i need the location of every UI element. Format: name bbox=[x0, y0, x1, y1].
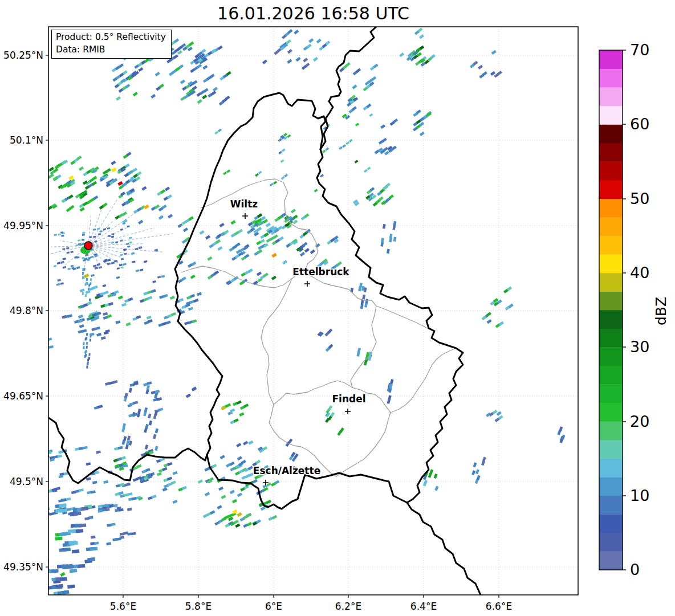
colorbar-segment bbox=[599, 180, 623, 199]
echo-bin bbox=[170, 296, 175, 300]
product-line: Product: 0.5° Reflectivity bbox=[56, 31, 166, 44]
echo-bin bbox=[434, 486, 438, 491]
echo-bin bbox=[66, 251, 69, 254]
echo-bin bbox=[294, 30, 299, 34]
echo-bin bbox=[205, 235, 210, 239]
echo-bin bbox=[133, 92, 138, 96]
echo-bin-accent bbox=[60, 572, 65, 577]
radar-map-canvas: WiltzEttelbruckFindelEsch/Alzette5.6°E5.… bbox=[0, 0, 675, 616]
echo-bin bbox=[82, 232, 85, 234]
echo-bin bbox=[342, 144, 346, 148]
echo-bin bbox=[87, 557, 95, 561]
echo-bin bbox=[226, 169, 230, 173]
colorbar-segment bbox=[599, 496, 623, 515]
echo-bin bbox=[287, 134, 291, 138]
y-axis-tick-label: 49.8°N bbox=[10, 305, 43, 316]
radar-spoke-artifact bbox=[88, 246, 162, 252]
echo-bin bbox=[257, 272, 262, 276]
echo-bin bbox=[94, 541, 99, 545]
echo-bin bbox=[230, 489, 235, 494]
echo-bin bbox=[47, 451, 52, 455]
echo-bin bbox=[107, 314, 112, 318]
echo-bin bbox=[103, 312, 108, 316]
echo-bin bbox=[125, 322, 131, 326]
echo-bin bbox=[85, 350, 87, 353]
echo-bin bbox=[393, 236, 397, 242]
echo-bin bbox=[91, 536, 96, 539]
echo-bin bbox=[127, 246, 130, 248]
echo-bin bbox=[80, 288, 85, 292]
radar-figure: 16.01.2026 16:58 UTC WiltzEttelbruckFind… bbox=[0, 0, 675, 616]
echo-bin bbox=[60, 261, 64, 264]
echo-bin bbox=[158, 215, 164, 220]
echo-bin bbox=[325, 147, 329, 150]
data-source-line: Data: RMIB bbox=[56, 44, 166, 56]
echo-bin-accent bbox=[271, 253, 276, 258]
echo-bin bbox=[86, 290, 91, 294]
echo-bin bbox=[166, 320, 171, 324]
echo-bin bbox=[86, 477, 91, 480]
echo-bin bbox=[78, 319, 83, 323]
echo-bin bbox=[137, 409, 141, 414]
echo-bin bbox=[78, 315, 83, 319]
echo-bin bbox=[315, 243, 320, 248]
echo-bin bbox=[108, 302, 113, 306]
echo-bin bbox=[43, 452, 48, 455]
echo-bin bbox=[248, 440, 253, 445]
colorbar-tick-label: 0 bbox=[630, 561, 640, 578]
echo-bin bbox=[154, 249, 158, 252]
echo-bin bbox=[144, 260, 148, 263]
echo-bin bbox=[471, 470, 475, 475]
echo-bin bbox=[67, 585, 75, 589]
echo-bin bbox=[39, 453, 44, 456]
colorbar-tick-label: 30 bbox=[630, 338, 649, 356]
echo-bin bbox=[292, 219, 298, 224]
echo-bin bbox=[62, 248, 65, 250]
echo-bin bbox=[361, 300, 364, 305]
echo-bin bbox=[82, 234, 85, 236]
echo-bin bbox=[148, 319, 153, 323]
echo-bin bbox=[140, 268, 144, 271]
echo-bin bbox=[258, 171, 262, 174]
echo-bin bbox=[57, 454, 62, 458]
echo-bin bbox=[282, 149, 286, 152]
colorbar-segment bbox=[599, 291, 623, 310]
echo-bin bbox=[82, 292, 84, 295]
echo-bin bbox=[136, 270, 140, 272]
echo-bin bbox=[339, 146, 343, 150]
echo-bin bbox=[87, 358, 89, 361]
echo-bin bbox=[218, 487, 223, 491]
echo-bin bbox=[118, 446, 123, 450]
echo-bin bbox=[280, 159, 284, 162]
echo-bin bbox=[41, 508, 46, 512]
echo-bin bbox=[243, 441, 248, 446]
colorbar-segment bbox=[599, 477, 623, 496]
colorbar-segment bbox=[599, 310, 623, 329]
echo-bin bbox=[136, 315, 141, 319]
echo-bin bbox=[62, 315, 67, 319]
echo-bin bbox=[183, 227, 188, 232]
echo-bin bbox=[118, 296, 123, 300]
echo-bin-accent bbox=[84, 274, 89, 278]
echo-bin bbox=[193, 299, 198, 303]
echo-bin bbox=[88, 353, 90, 356]
echo-bin bbox=[86, 333, 88, 336]
echo-bin bbox=[237, 456, 242, 460]
echo-bin bbox=[120, 266, 123, 268]
colorbar-segment bbox=[599, 459, 623, 478]
echo-bin bbox=[116, 96, 121, 101]
echo-bin bbox=[86, 278, 88, 281]
echo-bin bbox=[192, 319, 197, 323]
echo-bin bbox=[111, 262, 115, 264]
echo-bin bbox=[314, 189, 318, 192]
echo-bin bbox=[47, 337, 52, 341]
city-label: Ettelbruck bbox=[292, 266, 349, 278]
echo-bin bbox=[429, 469, 433, 474]
colorbar-segment bbox=[599, 106, 623, 125]
echo-bin bbox=[83, 346, 84, 349]
echo-bin bbox=[172, 500, 177, 504]
echo-bin bbox=[188, 307, 193, 311]
echo-bin bbox=[390, 379, 393, 384]
x-axis-tick-label: 6.2°E bbox=[335, 601, 361, 612]
echo-bin bbox=[278, 138, 282, 142]
